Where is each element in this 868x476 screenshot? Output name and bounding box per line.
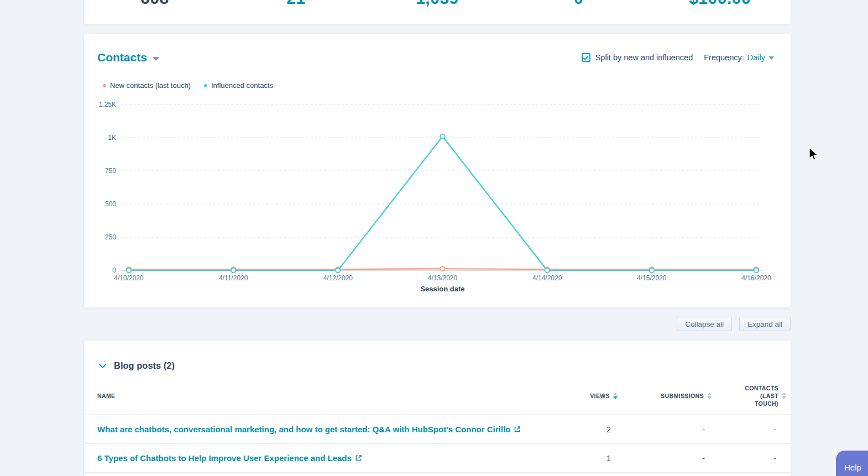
contacts-line-chart: 02505007501K1.25K4/10/20204/11/20204/12/… bbox=[84, 34, 791, 307]
blog-posts-title: Blog posts (2) bbox=[114, 360, 175, 371]
svg-text:4/14/2020: 4/14/2020 bbox=[532, 274, 562, 282]
blog-posts-card: Blog posts (2) NAME VIEWS SUBMISSIONS bbox=[84, 341, 791, 476]
collapse-all-button[interactable]: Collapse all bbox=[677, 317, 732, 331]
table-header-row: NAME VIEWS SUBMISSIONS CONTACTS (LAST bbox=[84, 380, 791, 415]
stat-value: 608 bbox=[84, 0, 226, 24]
chevron-down-icon bbox=[98, 363, 107, 369]
stat-value: 1,039 bbox=[367, 0, 508, 24]
sort-icon bbox=[707, 393, 712, 399]
views-cell: 1 bbox=[558, 443, 622, 472]
collapse-section-chevron[interactable] bbox=[98, 363, 107, 369]
stat-value: 21 bbox=[226, 0, 367, 24]
help-button-label: Help bbox=[844, 463, 861, 472]
external-link-icon bbox=[514, 426, 521, 433]
svg-text:4/11/2020: 4/11/2020 bbox=[219, 274, 248, 282]
mouse-cursor-icon bbox=[808, 147, 819, 163]
blog-posts-header: Blog posts (2) bbox=[84, 341, 791, 380]
column-header-submissions[interactable]: SUBMISSIONS bbox=[622, 380, 716, 415]
blog-post-link[interactable]: 6 Types of Chatbots to Help Improve User… bbox=[97, 453, 352, 463]
svg-text:Session date: Session date bbox=[420, 285, 464, 293]
column-header-name[interactable]: NAME bbox=[84, 380, 558, 415]
table-actions-row: Collapse all Expand all bbox=[84, 317, 791, 331]
stats-summary-card: 608 21 1,039 0 $100.00 bbox=[84, 0, 791, 24]
svg-text:1K: 1K bbox=[108, 134, 116, 142]
svg-text:4/12/2020: 4/12/2020 bbox=[323, 274, 353, 282]
table-row: What are chatbots, conversational market… bbox=[84, 415, 791, 443]
sort-icon bbox=[782, 393, 786, 399]
views-cell: 2 bbox=[558, 415, 622, 443]
external-link-icon bbox=[355, 454, 362, 462]
svg-text:250: 250 bbox=[105, 233, 116, 241]
column-header-views[interactable]: VIEWS bbox=[558, 380, 622, 415]
svg-text:1.25K: 1.25K bbox=[99, 101, 116, 108]
svg-text:4/10/2020: 4/10/2020 bbox=[114, 274, 144, 282]
svg-text:0: 0 bbox=[112, 266, 116, 274]
column-header-contacts-last-touch[interactable]: CONTACTS (LAST TOUCH) bbox=[716, 380, 791, 415]
blog-post-link[interactable]: What are chatbots, conversational market… bbox=[97, 425, 510, 434]
column-label: SUBMISSIONS bbox=[661, 393, 704, 399]
svg-text:4/13/2020: 4/13/2020 bbox=[428, 274, 458, 282]
contacts-cell: - bbox=[716, 415, 791, 443]
help-button[interactable]: Help bbox=[836, 451, 868, 476]
svg-text:4/16/2020: 4/16/2020 bbox=[741, 274, 771, 282]
stat-value: $100.00 bbox=[649, 0, 791, 24]
svg-text:500: 500 bbox=[105, 200, 116, 208]
column-label: VIEWS bbox=[590, 393, 610, 399]
blog-posts-table: NAME VIEWS SUBMISSIONS CONTACTS (LAST bbox=[84, 380, 791, 473]
svg-text:4/15/2020: 4/15/2020 bbox=[637, 274, 667, 282]
expand-all-button[interactable]: Expand all bbox=[739, 317, 791, 331]
submissions-cell: - bbox=[622, 415, 716, 443]
stat-value: 0 bbox=[508, 0, 650, 24]
contacts-chart-card: Contacts Split by new and influenced Fre… bbox=[84, 34, 791, 307]
submissions-cell: - bbox=[622, 443, 716, 472]
table-row: 6 Types of Chatbots to Help Improve User… bbox=[84, 443, 791, 472]
contacts-cell: - bbox=[716, 443, 791, 472]
column-label: CONTACTS (LAST TOUCH) bbox=[742, 384, 778, 408]
svg-text:750: 750 bbox=[105, 167, 116, 175]
sort-icon bbox=[613, 393, 618, 399]
